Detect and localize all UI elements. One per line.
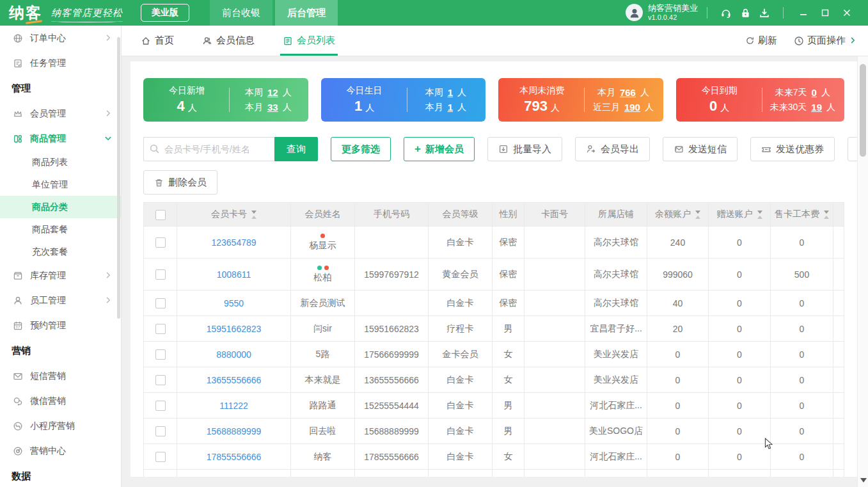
table-row[interactable]: 1008611 松柏 15997697912 黄金会员 保密 高尔夫球馆 999… — [144, 259, 844, 291]
user-block[interactable]: 纳客营销美业 v1.0.0.42 — [626, 4, 698, 22]
table-row[interactable]: 123654789 杨显示 白金卡 保密 高尔夫球馆 240 0 0 — [144, 227, 844, 259]
send-sms-button[interactable]: 发送短信 — [663, 137, 738, 161]
sidebar-item[interactable]: 订单中心 — [0, 26, 121, 51]
table-row[interactable]: 15966668888 购日 15966668888 黑卡子 女 美业SOGO店… — [144, 470, 844, 477]
row-checkbox[interactable] — [155, 237, 166, 248]
sidebar-subitem[interactable]: 商品套餐 — [0, 218, 121, 241]
sidebar-subitem[interactable]: 商品列表 — [0, 151, 121, 173]
table-row[interactable]: 8880000 5路 17566699999 金卡会员 女 美业兴发店 0 0 … — [144, 342, 844, 367]
sort-icon[interactable] — [251, 211, 256, 219]
member-tag-button[interactable]: 会员标签 — [848, 137, 857, 161]
member-card-link[interactable]: 9550 — [224, 298, 244, 308]
main-scrollbar[interactable] — [857, 56, 868, 487]
maximize-button[interactable] — [814, 0, 836, 26]
stat-detail-link[interactable]: 0 — [812, 87, 817, 98]
sidebar-item[interactable]: 会员管理 — [0, 101, 121, 126]
sort-icon[interactable] — [695, 211, 700, 219]
stat-detail-link[interactable]: 33 — [267, 102, 278, 113]
table-row[interactable]: 15688889999 回去啦 15688889999 白金卡 男 美业SOGO… — [144, 419, 844, 444]
member-card-link[interactable]: 15951662823 — [207, 324, 262, 334]
member-card-link[interactable]: 111222 — [219, 401, 248, 411]
sidebar-item[interactable]: 库存管理 — [0, 263, 121, 288]
sidebar-item[interactable]: 员工管理 — [0, 288, 121, 313]
member-card-link[interactable]: 13655556666 — [207, 375, 262, 385]
stat-detail-link[interactable]: 766 — [620, 87, 636, 98]
sidebar-subitem[interactable]: 充次套餐 — [0, 241, 121, 263]
row-checkbox[interactable] — [155, 452, 166, 462]
column-header[interactable]: 售卡工本费 — [771, 203, 833, 227]
sort-icon[interactable] — [757, 211, 762, 219]
row-checkbox[interactable] — [155, 375, 166, 385]
member-phone: 17855556666 — [355, 444, 429, 470]
search-button[interactable]: 查询 — [274, 137, 318, 161]
select-all-checkbox[interactable] — [155, 210, 166, 220]
member-gift-balance: 0 — [709, 367, 771, 393]
member-export-button[interactable]: 会员导出 — [575, 137, 650, 161]
lock-icon[interactable] — [736, 8, 755, 19]
table-row[interactable]: 111222 路路通 15255554444 白金卡 男 河北石家庄... 0 … — [144, 393, 844, 419]
sidebar-item[interactable]: 商品管理 — [0, 126, 121, 151]
send-coupon-button[interactable]: 发送优惠券 — [750, 137, 835, 161]
stat-detail-link[interactable]: 1 — [448, 87, 453, 98]
add-member-button[interactable]: +新增会员 — [404, 137, 475, 161]
sidebar-item[interactable]: 营销中心 — [0, 438, 121, 463]
support-headset-icon[interactable] — [716, 7, 736, 19]
column-header[interactable]: 会员卡号 — [177, 203, 291, 227]
stat-detail-link[interactable]: 190 — [624, 102, 640, 113]
member-phone: 17566699999 — [355, 342, 429, 367]
sidebar-item[interactable]: 微信营销 — [0, 388, 121, 413]
main-scrollbar-thumb[interactable] — [860, 64, 866, 157]
page-tab-2[interactable]: 会员列表 — [283, 26, 335, 56]
sidebar-item[interactable]: 预约管理 — [0, 313, 121, 338]
more-filter-button[interactable]: 更多筛选 — [331, 137, 391, 161]
close-button[interactable] — [836, 0, 858, 26]
member-gender: 保密 — [493, 227, 525, 259]
stat-value: 1人 — [330, 97, 399, 116]
table-row[interactable]: 13655556666 本来就是 13655556666 白金卡 女 美业兴发店… — [144, 367, 844, 393]
sort-icon[interactable] — [824, 211, 829, 219]
stat-detail-link[interactable]: 19 — [811, 102, 822, 113]
table-row[interactable]: 15951662823 闫sir 15951662823 疗程卡 男 宜昌君子好… — [144, 316, 844, 342]
column-header[interactable]: 余额账户 — [647, 203, 709, 227]
sidebar-item[interactable]: 任务管理 — [0, 51, 121, 76]
row-checkbox[interactable] — [155, 324, 166, 334]
page-operations-button[interactable]: 页面操作 — [794, 35, 856, 47]
member-name: 新会员测试 — [291, 297, 354, 308]
row-checkbox[interactable] — [155, 426, 166, 436]
sidebar-subitem[interactable]: 单位管理 — [0, 173, 121, 196]
minimize-button[interactable] — [793, 0, 814, 26]
member-card-link[interactable]: 17855556666 — [207, 452, 262, 462]
header-tab-1[interactable]: 后台管理 — [275, 0, 338, 26]
batch-import-button[interactable]: 批量导入 — [487, 137, 562, 161]
member-card-link[interactable]: 1008611 — [217, 269, 251, 280]
refresh-button[interactable]: 刷新 — [745, 35, 777, 47]
row-checkbox[interactable] — [155, 349, 166, 360]
page-tab-0[interactable]: 首页 — [141, 26, 174, 56]
row-checkbox[interactable] — [155, 298, 166, 308]
table-row[interactable]: 9550 新会员测试 白金卡 保密 高尔夫球馆 40 0 0 — [144, 291, 844, 316]
column-header[interactable]: 赠送账户 — [709, 203, 771, 227]
header-tab-0[interactable]: 前台收银 — [210, 0, 272, 26]
sidebar-item[interactable]: 小程序营销 — [0, 413, 121, 438]
download-icon[interactable] — [755, 7, 774, 19]
member-phone: 15951662823 — [355, 316, 429, 342]
table-row[interactable]: 17855556666 纳客 17855556666 白金卡 女 河北石家庄..… — [144, 444, 844, 470]
sidebar-subitem[interactable]: 商品分类 — [0, 196, 121, 218]
stat-detail-link[interactable]: 1 — [448, 102, 453, 113]
sidebar-item[interactable]: 短信营销 — [0, 363, 121, 388]
row-checkbox[interactable] — [155, 269, 166, 280]
stat-title: 今日生日 — [330, 84, 399, 97]
member-card-link[interactable]: 123654789 — [211, 237, 256, 248]
delete-member-button[interactable]: 删除会员 — [143, 170, 217, 195]
member-phone: 15997697912 — [355, 259, 429, 291]
search-input[interactable] — [143, 137, 274, 161]
refresh-icon — [745, 36, 755, 45]
scroll-down-arrow[interactable] — [860, 478, 867, 483]
stat-detail-link[interactable]: 12 — [267, 87, 278, 98]
member-card-link[interactable]: 15688889999 — [207, 426, 262, 436]
page-tab-1[interactable]: 会员信息 — [202, 26, 255, 56]
member-card-link[interactable]: 8880000 — [216, 349, 251, 360]
sidebar-scrollbar-thumb[interactable] — [117, 37, 120, 319]
member-phone: 15255554444 — [355, 393, 429, 419]
row-checkbox[interactable] — [155, 401, 166, 411]
